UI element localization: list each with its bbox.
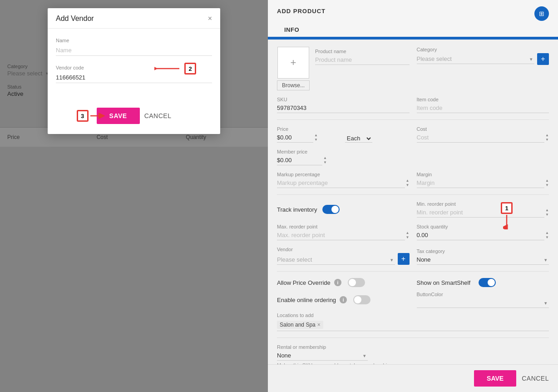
track-inventory-knob xyxy=(331,206,339,213)
max-reorder-up[interactable]: ▲ xyxy=(406,231,410,235)
stock-quantity-down[interactable]: ▼ xyxy=(545,235,549,240)
right-header: ADD PRODUCT ⊞ INFO xyxy=(268,0,558,40)
sku-label: SKU xyxy=(277,97,410,102)
sku-input[interactable] xyxy=(277,103,410,113)
item-code-input[interactable] xyxy=(417,103,549,113)
vendor-row: Please select + xyxy=(277,253,410,265)
min-reorder-down[interactable]: ▼ xyxy=(545,213,549,217)
annotation-1-arrow xyxy=(503,215,510,229)
price-spinner[interactable]: ▲ ▼ xyxy=(314,133,318,142)
min-reorder-spinner[interactable]: ▲ ▼ xyxy=(545,208,549,217)
max-reorder-label: Max. reorder point xyxy=(277,224,410,229)
cost-spinner[interactable]: ▲ ▼ xyxy=(545,133,549,142)
bottom-bar: SAVE CANCEL xyxy=(268,364,558,392)
add-category-button[interactable]: + xyxy=(537,53,549,65)
allow-price-override-toggle[interactable] xyxy=(348,278,365,287)
category-field-label: Category xyxy=(417,47,549,52)
corner-icon: ⊞ xyxy=(539,10,544,17)
show-smartshelf-toggle[interactable] xyxy=(479,278,496,287)
divider-3 xyxy=(277,271,549,272)
max-reorder-down[interactable]: ▼ xyxy=(406,235,410,240)
margin-down[interactable]: ▼ xyxy=(545,183,549,188)
min-reorder-input[interactable] xyxy=(417,208,545,218)
max-reorder-input[interactable] xyxy=(277,230,405,240)
max-reorder-spinner[interactable]: ▲ ▼ xyxy=(406,231,410,239)
button-color-label: ButtonColor xyxy=(417,292,549,297)
price-down[interactable]: ▼ xyxy=(314,138,318,142)
markup-up[interactable]: ▲ xyxy=(406,179,410,183)
markup-down[interactable]: ▼ xyxy=(406,183,410,188)
save-main-button[interactable]: SAVE xyxy=(474,370,516,387)
price-label: Price xyxy=(277,126,341,132)
product-name-input[interactable] xyxy=(315,55,409,65)
stock-quantity-up[interactable]: ▲ xyxy=(545,231,549,235)
modal-header: Add Vendor × xyxy=(48,8,220,29)
name-field: Name xyxy=(56,38,212,56)
enable-online-ordering-toggle[interactable] xyxy=(353,295,370,304)
browse-button[interactable]: Browse... xyxy=(277,80,310,90)
location-tag-label: Salon and Spa xyxy=(280,322,316,328)
min-reorder-up[interactable]: ▲ xyxy=(545,208,549,213)
enable-online-ordering-info-icon: i xyxy=(340,296,347,303)
modal-close-button[interactable]: × xyxy=(208,15,212,22)
right-content: + Browse... Product name Category Please… xyxy=(268,40,558,392)
allow-price-override-knob xyxy=(349,279,356,286)
name-label: Name xyxy=(56,38,212,43)
stock-quantity-input[interactable] xyxy=(417,230,545,240)
stock-quantity-spinner[interactable]: ▲ ▼ xyxy=(545,231,549,239)
cancel-main-button[interactable]: CANCEL xyxy=(522,370,549,387)
member-price-spinner[interactable]: ▲ ▼ xyxy=(323,156,327,164)
rental-label: Rental or membership xyxy=(277,344,549,350)
enable-online-ordering-knob xyxy=(354,296,361,303)
member-price-label: Member price xyxy=(277,149,410,154)
right-header-top: ADD PRODUCT ⊞ xyxy=(277,6,549,21)
rental-select[interactable]: None xyxy=(277,351,368,361)
category-select[interactable]: Please select xyxy=(417,54,535,64)
markup-input[interactable] xyxy=(277,178,405,188)
divider-2 xyxy=(277,194,549,195)
tax-category-select[interactable]: None xyxy=(417,255,549,265)
markup-spinner[interactable]: ▲ ▼ xyxy=(406,179,410,187)
margin-up[interactable]: ▲ xyxy=(545,179,549,183)
track-inventory-label: Track inventory xyxy=(277,206,317,213)
name-input[interactable] xyxy=(56,45,212,56)
add-image-icon: + xyxy=(291,57,296,69)
margin-label: Margin xyxy=(417,172,549,177)
cost-input[interactable] xyxy=(417,133,545,143)
stock-quantity-label: Stock quantity xyxy=(417,224,549,229)
product-image-box[interactable]: + xyxy=(277,47,309,79)
margin-input[interactable] xyxy=(417,178,545,188)
unit-select[interactable]: Each xyxy=(345,134,372,143)
allow-price-override-info-icon: i xyxy=(334,279,341,286)
location-tag: Salon and Spa × xyxy=(277,321,323,329)
margin-spinner[interactable]: ▲ ▼ xyxy=(545,179,549,187)
modal-footer: 3 SAVE CANCEL xyxy=(48,101,220,134)
cost-down[interactable]: ▼ xyxy=(545,138,549,142)
vendor-label: Vendor xyxy=(277,247,410,252)
enable-online-ordering-label: Enable online ordering xyxy=(277,297,336,303)
vendor-select[interactable]: Please select xyxy=(277,255,395,265)
button-color-select[interactable] xyxy=(417,298,549,308)
page-title: ADD PRODUCT xyxy=(277,8,326,15)
show-smartshelf-knob xyxy=(488,279,495,286)
modal-title: Add Vendor xyxy=(56,15,94,23)
price-up[interactable]: ▲ xyxy=(314,133,318,138)
annotation-1: 1 xyxy=(501,202,513,214)
corner-button[interactable]: ⊞ xyxy=(534,6,549,21)
add-vendor-button[interactable]: + xyxy=(398,253,410,265)
price-input[interactable] xyxy=(277,133,313,143)
member-price-input[interactable] xyxy=(277,155,322,165)
track-inventory-toggle[interactable] xyxy=(322,205,340,214)
member-price-down[interactable]: ▼ xyxy=(323,160,327,165)
member-price-up[interactable]: ▲ xyxy=(323,156,327,160)
left-panel: Category Please select ▾ Status Active P… xyxy=(0,0,268,392)
cost-up[interactable]: ▲ xyxy=(545,133,549,138)
item-code-label: Item code xyxy=(417,97,549,102)
cancel-button[interactable]: CANCEL xyxy=(144,112,172,119)
divider-1 xyxy=(277,119,549,120)
location-tag-remove[interactable]: × xyxy=(317,322,321,328)
locations-label: Locations to add xyxy=(277,313,549,318)
info-tab[interactable]: INFO xyxy=(277,23,306,37)
allow-price-override-label: Allow Price Override xyxy=(277,279,331,286)
annotation-3: 3 xyxy=(77,110,89,122)
